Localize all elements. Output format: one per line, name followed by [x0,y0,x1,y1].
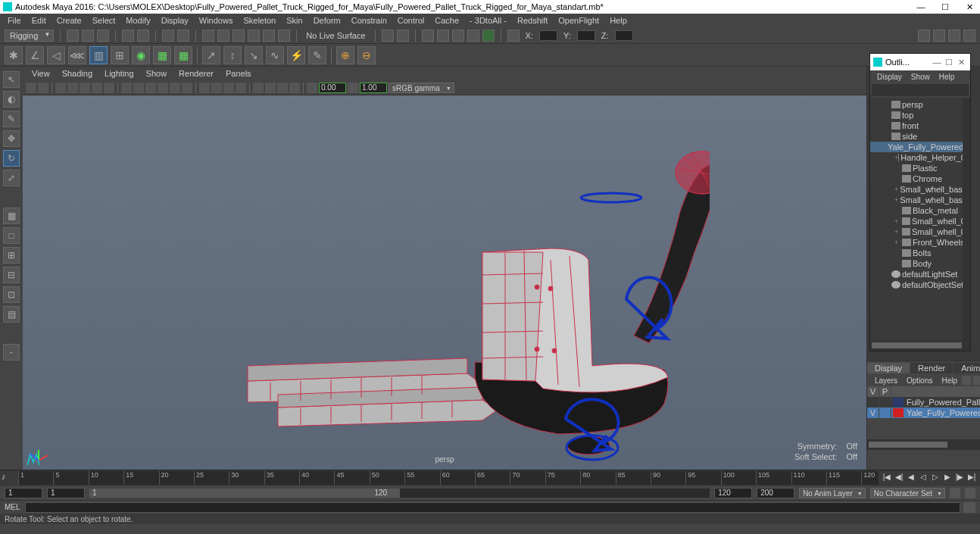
time-slider[interactable]: ♪ 15101520253035404550556065707580859095… [0,470,980,485]
textured-icon[interactable] [158,83,168,93]
exposure-icon[interactable] [307,83,317,93]
grid-icon[interactable] [121,83,132,93]
menu-cache[interactable]: Cache [430,15,463,26]
timeline-ruler[interactable]: 1510152025303540455055606570758085909510… [18,471,879,485]
construction-icon[interactable] [397,30,409,42]
gamma-field[interactable] [360,83,387,93]
outliner-item[interactable]: -Yale_Fully_Powered_Pall... [870,142,970,152]
rotate-tool[interactable]: ↻ [3,150,20,167]
y-field[interactable] [577,30,595,41]
file-open-icon[interactable] [82,30,94,42]
shelf-rigid-icon[interactable]: ⚡ [287,46,305,64]
shelf-lattice-icon[interactable]: ◉ [132,46,150,64]
prev-frame-button[interactable]: ◀ [906,473,916,483]
wireframe-icon[interactable] [133,83,144,93]
lights-icon[interactable] [170,83,180,93]
character-set-dropdown[interactable]: No Character Set [870,488,945,498]
outliner-tree[interactable]: persptopfrontside-Yale_Fully_Powered_Pal… [870,98,970,340]
scale-tool[interactable]: ⤢ [3,170,20,186]
menu-skin[interactable]: Skin [282,15,307,26]
panel-menu-view[interactable]: View [26,68,56,79]
go-start-button[interactable]: |◀ [882,473,892,483]
collapse-tool[interactable]: - [3,344,20,361]
layout-1-icon[interactable] [918,30,930,42]
prev-key-button[interactable]: ◀| [894,473,904,483]
aa-icon[interactable] [289,83,300,93]
select-icon[interactable] [162,30,174,42]
outliner-item[interactable]: +Small_whell_01 [870,226,970,237]
outliner-item[interactable]: Black_metal [870,205,970,216]
safe-title-icon[interactable] [104,83,114,93]
outliner-item[interactable]: side [870,131,970,142]
outliner-item[interactable]: defaultLightSet [870,269,970,279]
shelf-detach-icon[interactable]: ↘ [245,46,263,64]
outliner-item[interactable]: +Small_whell_base_0... [870,195,970,205]
play-back-button[interactable]: ◁ [918,473,929,483]
outliner-item[interactable]: +Small_whell_02 [870,216,970,226]
shelf-constraint-icon[interactable]: ⊕ [336,46,354,64]
safe-action-icon[interactable] [92,83,102,93]
menu--3dtoall-[interactable]: - 3DtoAll - [465,15,511,26]
outliner-item[interactable]: Chrome [870,173,970,184]
outliner-item[interactable]: front [870,120,970,131]
snap-view-icon[interactable] [263,30,275,42]
range-end-inner[interactable] [714,488,752,498]
outliner-item[interactable]: +Front_Wheels [870,237,970,248]
isolate-icon[interactable] [199,83,210,93]
history-icon[interactable] [382,30,394,42]
outliner-menu-show[interactable]: Show [907,73,934,81]
render-view-icon[interactable] [467,30,479,42]
image-plane-icon[interactable] [55,83,66,93]
ipr-render-icon[interactable] [437,30,449,42]
menu-skeleton[interactable]: Skeleton [239,15,280,26]
menu-openflight[interactable]: OpenFlight [554,15,604,26]
layers-scrollbar[interactable] [867,439,980,450]
bookmark-icon[interactable] [38,83,48,93]
panel-menu-show[interactable]: Show [140,68,173,79]
paint-tool[interactable]: ✎ [3,111,20,127]
shelf-pose-icon[interactable]: ✎ [308,46,326,64]
outliner-item[interactable]: persp [870,99,970,110]
lasso-tool[interactable]: ◐ [3,91,20,108]
layer-tool-1[interactable] [973,376,980,385]
command-input[interactable] [25,502,960,513]
tab-anim[interactable]: Anim [953,363,980,373]
layout-four-icon[interactable]: ⊞ [3,247,20,264]
tab-render[interactable]: Render [910,363,953,373]
colorspace-dropdown[interactable]: sRGB gamma [389,83,454,93]
lasso-icon[interactable] [177,30,189,42]
xray-icon[interactable] [211,83,222,93]
snap-live-icon[interactable] [278,30,290,42]
outliner-maximize-button[interactable]: ☐ [943,58,955,67]
transform-icon[interactable] [507,30,520,42]
ao-icon[interactable] [253,83,264,93]
outliner-item[interactable]: Bolts [870,248,970,258]
close-button[interactable]: ✕ [962,2,977,12]
hypershade-icon[interactable] [482,30,495,42]
layout-three-icon[interactable]: ▤ [3,306,20,323]
layout-4-icon[interactable] [963,30,975,42]
minimize-button[interactable]: — [913,2,929,12]
range-start-inner[interactable] [47,488,85,498]
film-gate-icon[interactable] [80,83,90,93]
menu-edit[interactable]: Edit [27,15,51,26]
exposure-field[interactable] [319,83,346,93]
viewport-3d[interactable]: persp Symmetry: Off Soft Select: Off [23,95,866,470]
file-save-icon[interactable] [97,30,109,42]
go-end-button[interactable]: ▶| [966,473,977,483]
shelf-mirror-icon[interactable]: ↕ [223,46,242,64]
menu-modify[interactable]: Modify [121,15,154,26]
undo-icon[interactable] [122,30,134,42]
module-selector[interactable]: Rigging [5,30,54,42]
menu-select[interactable]: Select [88,15,120,26]
menu-create[interactable]: Create [52,15,86,26]
dof-icon[interactable] [277,83,288,93]
menu-control[interactable]: Control [393,15,429,26]
last-tool[interactable]: ▦ [3,208,20,224]
outliner-search[interactable] [872,84,969,96]
panel-menu-shading[interactable]: Shading [56,68,98,79]
autokey-icon[interactable] [950,488,960,498]
shelf-blend-icon[interactable]: ▦ [174,46,192,64]
shelf-paint-icon[interactable]: ↗ [202,46,220,64]
panel-menu-panels[interactable]: Panels [220,68,257,79]
